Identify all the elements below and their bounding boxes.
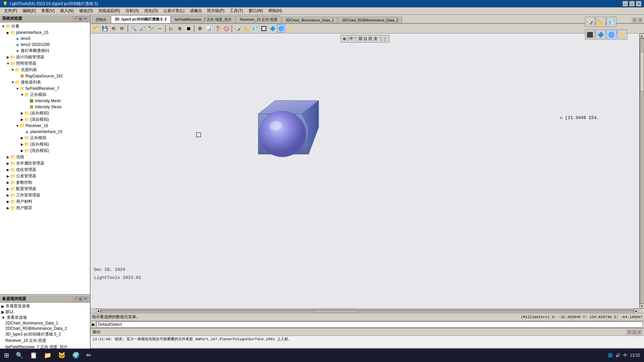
tree-item[interactable]: ▶📁设计功能管理器 [0, 54, 90, 60]
menu-item-R[interactable]: 光线追踪(R) [96, 7, 123, 14]
tray-volume[interactable]: 🔊 [615, 353, 621, 358]
tree-expand-icon[interactable]: ▶ [6, 193, 10, 197]
scroll-track[interactable] [101, 310, 634, 312]
start-button[interactable]: ⊞ [1, 349, 12, 361]
tab-2[interactable]: farFieldReceiver_7 正向 强度_切片 [171, 16, 236, 23]
tree-item[interactable]: ▶📁公差管理器 [0, 173, 90, 179]
tree-item[interactable]: ▶📁(反向模拟) [0, 141, 90, 147]
expand-arrow[interactable]: ▶ [92, 322, 95, 327]
tree-item[interactable]: ▶📁(混合模拟) [0, 116, 90, 123]
toolbar-btn-settings[interactable]: ⚙ [196, 24, 204, 33]
toolbar-btn-zoom-fit[interactable]: 🔍 [129, 24, 138, 33]
browser2-button[interactable]: 🌍 [69, 349, 82, 361]
toolbar-btn-run[interactable]: ▷ [167, 24, 175, 33]
view-solid-btn[interactable]: 🔷 [596, 34, 606, 40]
tree-expand-icon[interactable]: ▼ [20, 93, 24, 97]
vp-tool-grid[interactable]: 目 [368, 36, 372, 42]
tree-item[interactable]: ▼📁接收器列表 [0, 79, 90, 85]
tab-4[interactable]: 2DChart_Illuminance_Data_1 [282, 17, 337, 23]
tree-expand-icon[interactable]: ▶ [20, 118, 24, 122]
opts-item[interactable]: 2DChart_RGBIlluminance_Data_2 [1, 326, 89, 331]
toolbar-btn-redo[interactable]: ⟳ [118, 24, 126, 33]
tree-expand-icon[interactable]: ▶ [20, 111, 24, 115]
opts-section-header[interactable]: ▶常规普首选项 [1, 303, 89, 309]
sys-browser-close[interactable]: ✕ [83, 16, 88, 21]
explorer-button[interactable]: 📁 [41, 349, 54, 361]
search-button[interactable]: 🔍 [13, 349, 26, 361]
output-undock[interactable]: ◫ [632, 330, 637, 335]
tab-1[interactable]: 3D_type3 pc3030路灯透镜.5_2 [111, 15, 170, 23]
toolbar-btn-zoom-in[interactable]: 🔎 [138, 24, 146, 33]
menu-item-P[interactable]: 照片级(P) [204, 7, 227, 14]
toolbar-btn-help[interactable]: ❓ [213, 24, 221, 33]
tree-expand-icon[interactable]: ▶ [6, 181, 10, 185]
tree-item[interactable]: ▶📁用户材料 [0, 198, 90, 205]
taskview-button[interactable]: 📋 [27, 349, 40, 361]
tab-3[interactable]: Receiver_16 正向 照度 [236, 16, 281, 23]
tree-expand-icon[interactable] [25, 99, 29, 103]
tree-item[interactable]: ◆lens2-20201206 [0, 42, 90, 48]
tree-item[interactable]: ▼📁光源列表 [0, 67, 90, 73]
tree-expand-icon[interactable]: ▶ [6, 200, 10, 204]
tree-item[interactable]: Intensity Slices [0, 104, 90, 110]
tree-expand-icon[interactable]: ▶ [20, 149, 24, 153]
tree-item[interactable]: ▶📁优化管理器 [0, 167, 90, 173]
menu-item-E[interactable]: 编辑(E) [20, 7, 39, 14]
tree-item[interactable]: ▶📁正向模拟 [0, 135, 90, 141]
menu-item-W[interactable]: 窗口(W) [246, 7, 266, 14]
browser1-button[interactable]: 🐱 [55, 349, 68, 361]
tree-expand-icon[interactable]: ▼ [1, 24, 5, 28]
close-button[interactable]: ✕ [636, 1, 641, 6]
menu-item-V[interactable]: 查看(V) [39, 7, 57, 14]
vp-tool-more[interactable]: ⋮⋮ [379, 37, 387, 41]
output-pin[interactable]: 📌 [627, 330, 631, 335]
opts-item[interactable]: Receiver_16 正向 照度 [1, 338, 89, 344]
opts-item[interactable]: 3D_type3 pc3030路灯透镜.5_2 [1, 331, 89, 338]
tree-expand-icon[interactable]: ▶ [6, 168, 10, 172]
menu-item-O[interactable]: 修改(O) [76, 7, 96, 14]
scroll-right[interactable]: ► [634, 309, 639, 313]
tree-item[interactable]: ◆lens5 [0, 36, 90, 42]
tab-0[interactable]: 控制台 [92, 16, 110, 23]
tree-item[interactable]: ◆路灯单颗透镜01 [0, 48, 90, 54]
view-wire-btn[interactable]: ⬛ [585, 34, 595, 40]
menu-item-T[interactable]: 工具(T) [227, 7, 246, 14]
opts-browser-close[interactable]: ✕ [83, 297, 88, 301]
opts-browser-pin[interactable]: 📌 [72, 297, 77, 301]
tree-expand-icon[interactable]: ▶ [20, 142, 24, 146]
tree-expand-icon[interactable]: ▶ [6, 174, 10, 178]
tree-expand-icon[interactable]: ▼ [11, 80, 15, 84]
toolbar-btn-zoom-out[interactable]: 🔭 [147, 24, 155, 33]
tab-close[interactable]: ✕ [638, 18, 643, 22]
tree-item[interactable]: Intensity Mesh [0, 98, 90, 104]
vp-scroll-up[interactable]: ▲ [640, 34, 644, 38]
tree-expand-icon[interactable]: ▶ [6, 155, 10, 159]
toolbar-extra-render[interactable]: 💎 [251, 24, 259, 33]
tree-expand-icon[interactable] [11, 43, 15, 47]
view-shade-btn[interactable]: 🌀 [606, 34, 616, 40]
sys-browser-pin[interactable]: 📌 [72, 16, 77, 21]
menu-item-F[interactable]: 文件(F) [1, 7, 20, 14]
vp-scroll-down[interactable]: ▼ [640, 304, 644, 308]
tree-expand-icon[interactable] [15, 74, 19, 78]
sys-browser-undock[interactable]: ◫ [78, 16, 83, 21]
toolbar-extra-ray[interactable]: ✨ [286, 24, 294, 33]
toolbar-btn-cancel[interactable]: 🚫 [222, 24, 230, 33]
toolbar-btn-chart[interactable]: 📊 [205, 24, 213, 33]
tab-5[interactable]: 2DChart_RGBIlluminance_Data_2 [338, 17, 402, 23]
tree-item[interactable]: RayDataSource_162 [0, 73, 90, 79]
menu-item-I[interactable]: 成像(I) [187, 7, 204, 14]
tree-expand-icon[interactable] [11, 49, 15, 53]
viewport[interactable]: ⊕ 中 °. 前 Ω 目 全 ⋮⋮ ✕ [21.3449 154. [91, 34, 639, 308]
opts-browser-undock[interactable]: ◫ [78, 297, 83, 301]
opts-section-header[interactable]: ▶默认 [1, 309, 89, 315]
vp-scroll-thumb[interactable] [640, 52, 644, 92]
tree-expand-icon[interactable]: ▼ [6, 62, 10, 66]
toolbar-btn-pause[interactable]: ⏸ [176, 24, 184, 33]
tree-item[interactable]: ▶📁参数控制 [0, 179, 90, 186]
tree-item[interactable]: ▼📁farFieldReceiver_7 [0, 85, 90, 92]
vp-tool-deg[interactable]: °. [355, 37, 357, 41]
tree-item[interactable]: ▶📁用户膜层 [0, 205, 90, 211]
menu-item-A[interactable]: 分析(A) [123, 7, 142, 14]
tree-item[interactable]: ▼📁Receiver_16 [0, 123, 90, 129]
